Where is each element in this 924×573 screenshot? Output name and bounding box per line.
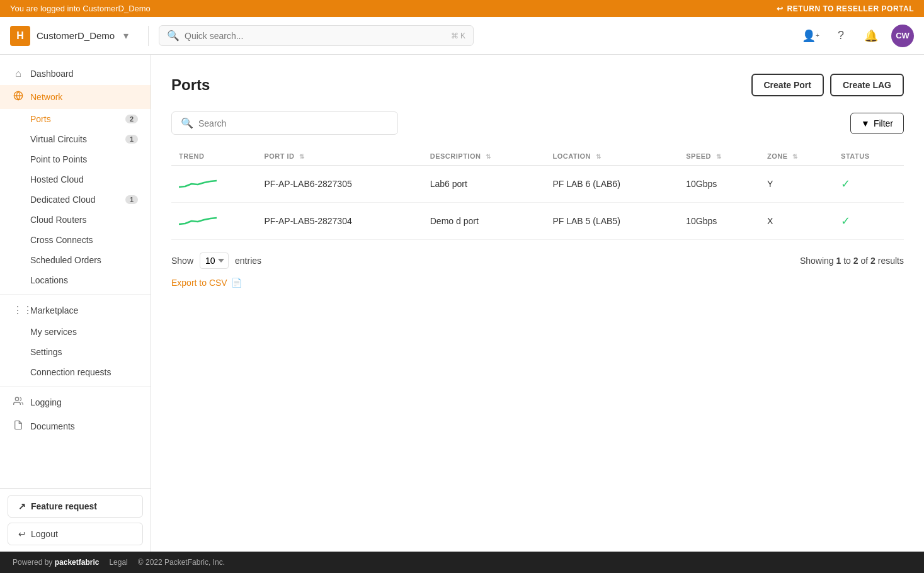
create-port-button[interactable]: Create Port — [751, 74, 824, 96]
status-active-icon: ✓ — [841, 178, 850, 190]
sidebar-item-dedicated-cloud[interactable]: Dedicated Cloud 1 — [0, 190, 151, 210]
org-dropdown-chevron[interactable]: ▾ — [123, 30, 128, 42]
sidebar-item-documents[interactable]: Documents — [0, 414, 151, 438]
page-title: Ports — [171, 76, 210, 94]
global-search-input[interactable] — [185, 31, 446, 41]
cell-location: PF LAB 5 (LAB5) — [545, 203, 678, 240]
footer-copyright: © 2022 PacketFabric, Inc. — [138, 558, 225, 567]
return-icon: ↩ — [777, 4, 784, 13]
sidebar-item-ports[interactable]: Ports 2 — [0, 109, 151, 129]
search-shortcut: ⌘ K — [451, 31, 465, 40]
org-name: CustomerD_Demo — [37, 30, 115, 41]
logout-button[interactable]: ↩ Logout — [8, 523, 143, 545]
col-location[interactable]: LOCATION ⇅ — [545, 147, 678, 166]
banner-message: You are logged into CustomerD_Demo — [10, 4, 151, 13]
sidebar-item-cross-connects[interactable]: Cross Connects — [0, 230, 151, 250]
avatar[interactable]: CW — [891, 25, 914, 47]
table-header: TREND PORT ID ⇅ DESCRIPTION ⇅ LOCATION ⇅ — [171, 147, 904, 166]
logo-area: H CustomerD_Demo ▾ — [10, 26, 149, 46]
sidebar-item-dashboard[interactable]: ⌂ Dashboard — [0, 62, 151, 85]
filter-button[interactable]: ▼ Filter — [850, 113, 904, 134]
page-footer: Powered by packetfabric Legal © 2022 Pac… — [0, 552, 924, 573]
marketplace-icon: ⋮⋮ — [13, 304, 24, 316]
table-row[interactable]: PF-AP-LAB6-2827305Lab6 portPF LAB 6 (LAB… — [171, 166, 904, 203]
sidebar-item-label: Dashboard — [30, 69, 74, 79]
entries-select[interactable]: 10 25 50 — [200, 252, 229, 269]
top-banner: You are logged into CustomerD_Demo ↩ RET… — [0, 0, 924, 17]
sort-icon-description: ⇅ — [486, 153, 491, 160]
table-footer: Show 10 25 50 entries Showing 1 to 2 of … — [171, 252, 904, 269]
sidebar-item-connection-requests[interactable]: Connection requests — [0, 362, 151, 382]
cell-location: PF LAB 6 (LAB6) — [545, 166, 678, 203]
sidebar-item-cloud-routers[interactable]: Cloud Routers — [0, 210, 151, 230]
sidebar-bottom: ↗ Feature request ↩ Logout — [0, 488, 151, 552]
header-right: 👤+ ? 🔔 CW — [801, 25, 914, 47]
create-lag-button[interactable]: Create LAG — [830, 74, 904, 96]
cell-description: Demo d port — [423, 203, 545, 240]
table-search-icon: 🔍 — [181, 117, 193, 129]
cell-zone: Y — [760, 166, 833, 203]
status-active-icon: ✓ — [841, 215, 850, 227]
cell-port-id: PF-AP-LAB6-2827305 — [256, 166, 422, 203]
page-actions: Create Port Create LAG — [751, 74, 904, 96]
col-speed[interactable]: SPEED ⇅ — [678, 147, 760, 166]
col-description[interactable]: DESCRIPTION ⇅ — [423, 147, 545, 166]
sidebar-item-label: Marketplace — [30, 305, 78, 315]
sort-icon-zone: ⇅ — [792, 153, 798, 160]
sidebar-item-scheduled-orders[interactable]: Scheduled Orders — [0, 250, 151, 270]
sidebar-item-logging[interactable]: Logging — [0, 390, 151, 414]
sidebar-item-locations[interactable]: Locations — [0, 270, 151, 290]
sidebar-scroll: ⌂ Dashboard Network Ports 2 Virtual — [0, 55, 151, 488]
table-search-bar[interactable]: 🔍 — [171, 111, 398, 135]
sidebar-item-my-services[interactable]: My services — [0, 322, 151, 342]
filter-icon: ▼ — [861, 118, 870, 128]
sidebar-item-point-to-points[interactable]: Point to Points — [0, 149, 151, 169]
table-row[interactable]: PF-AP-LAB5-2827304Demo d portPF LAB 5 (L… — [171, 203, 904, 240]
table-body: PF-AP-LAB6-2827305Lab6 portPF LAB 6 (LAB… — [171, 166, 904, 240]
return-to-reseller-link[interactable]: ↩ RETURN TO RESELLER PORTAL — [777, 4, 914, 13]
sort-icon-port-id: ⇅ — [299, 153, 305, 160]
logout-icon: ↩ — [18, 529, 26, 539]
svg-point-2 — [15, 397, 18, 400]
feature-request-icon: ↗ — [18, 501, 26, 511]
help-icon[interactable]: ? — [831, 26, 851, 46]
content-area: Ports Create Port Create LAG 🔍 ▼ Filter — [151, 55, 924, 552]
ports-table: TREND PORT ID ⇅ DESCRIPTION ⇅ LOCATION ⇅ — [171, 147, 904, 240]
cell-description: Lab6 port — [423, 166, 545, 203]
notification-icon[interactable]: 🔔 — [861, 26, 881, 46]
sidebar-item-marketplace[interactable]: ⋮⋮ Marketplace — [0, 298, 151, 322]
cell-trend — [171, 203, 256, 240]
feature-request-button[interactable]: ↗ Feature request — [8, 495, 143, 518]
cell-speed: 10Gbps — [678, 166, 760, 203]
dedicated-cloud-badge: 1 — [125, 195, 138, 204]
add-user-icon[interactable]: 👤+ — [801, 26, 821, 46]
logging-icon — [13, 396, 24, 409]
sidebar-item-virtual-circuits[interactable]: Virtual Circuits 1 — [0, 129, 151, 149]
sidebar-divider-1 — [0, 294, 151, 295]
cell-status: ✓ — [833, 166, 904, 203]
search-icon: 🔍 — [167, 30, 180, 42]
sidebar-divider-2 — [0, 386, 151, 387]
sort-icon-location: ⇅ — [596, 153, 602, 160]
documents-icon — [13, 420, 24, 433]
sidebar-item-network[interactable]: Network — [0, 85, 151, 109]
sort-icon-speed: ⇅ — [716, 153, 722, 160]
sidebar-item-label: Logging — [30, 397, 62, 407]
header-bar: H CustomerD_Demo ▾ 🔍 ⌘ K 👤+ ? 🔔 CW — [0, 17, 924, 55]
sidebar: ⌂ Dashboard Network Ports 2 Virtual — [0, 55, 151, 552]
global-search-bar[interactable]: 🔍 ⌘ K — [159, 25, 474, 46]
cell-speed: 10Gbps — [678, 203, 760, 240]
cell-status: ✓ — [833, 203, 904, 240]
export-csv-button[interactable]: Export to CSV 📄 — [171, 278, 904, 288]
sidebar-item-hosted-cloud[interactable]: Hosted Cloud — [0, 169, 151, 190]
dashboard-icon: ⌂ — [13, 68, 24, 79]
col-port-id[interactable]: PORT ID ⇅ — [256, 147, 422, 166]
table-controls: 🔍 ▼ Filter — [171, 111, 904, 135]
footer-legal-link[interactable]: Legal — [109, 558, 127, 567]
export-icon: 📄 — [231, 278, 242, 288]
table-search-input[interactable] — [198, 118, 389, 128]
col-status: STATUS — [833, 147, 904, 166]
col-zone[interactable]: ZONE ⇅ — [760, 147, 833, 166]
sidebar-item-label: Documents — [30, 421, 75, 431]
sidebar-item-settings[interactable]: Settings — [0, 342, 151, 362]
